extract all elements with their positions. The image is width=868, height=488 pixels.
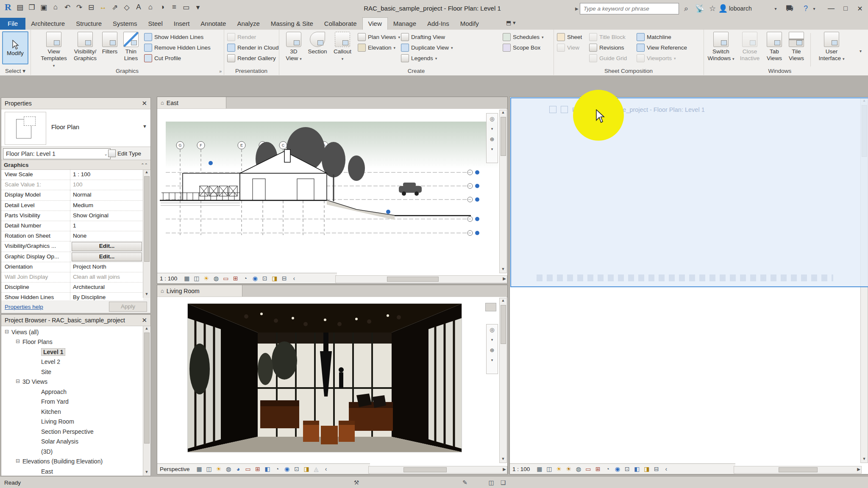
scroll-down-icon[interactable]: ▼	[500, 267, 506, 273]
qat-customize-icon[interactable]: ▾	[192, 2, 203, 13]
view-type-label[interactable]: Perspective	[160, 466, 190, 472]
browser-scrollbar[interactable]: ▲ ▼	[143, 326, 150, 476]
tree-solar-analysis[interactable]: Solar Analysis	[1, 437, 150, 447]
remove-hidden-lines-button[interactable]: Remove Hidden Lines	[144, 42, 211, 53]
active-design-option-icon[interactable]: ❏	[498, 478, 508, 487]
search-expand-icon[interactable]: ▶	[575, 6, 579, 11]
tree-expand-icon[interactable]	[33, 399, 39, 405]
tile-views-button[interactable]: TileViews	[786, 32, 807, 62]
instance-combo[interactable]: Floor Plan: Level 1⌄	[3, 148, 111, 159]
render-gallery-button[interactable]: Render Gallery	[227, 53, 279, 64]
tag-icon[interactable]: ◇	[121, 2, 132, 13]
file-properties-icon[interactable]: ▤	[14, 2, 25, 13]
reveal-hidden-elements-icon[interactable]: ◉	[250, 274, 259, 283]
tree-expand-icon[interactable]: ⊟	[15, 339, 21, 345]
visual-style-icon[interactable]: ◫	[192, 274, 201, 283]
tree-expand-icon[interactable]	[33, 359, 39, 365]
communication-center-icon[interactable]: 📡	[693, 0, 706, 17]
tab-file[interactable]: File	[0, 18, 25, 30]
scroll-up-icon[interactable]: ▲	[143, 326, 150, 332]
east-elevation-drawing[interactable]: GFE DCB A	[157, 109, 506, 272]
detail-level-icon[interactable]: ▦	[195, 465, 204, 473]
tree-level-1[interactable]: Level 1	[1, 347, 150, 357]
living-room-render[interactable]	[157, 297, 506, 462]
properties-help-link[interactable]: Properties help	[5, 304, 43, 310]
tab-systems[interactable]: Systems	[107, 18, 143, 30]
thin-lines-button[interactable]: ThinLines	[120, 32, 142, 62]
tree-site[interactable]: Site	[1, 367, 150, 377]
tab-architecture[interactable]: Architecture	[25, 18, 70, 30]
properties-close-icon[interactable]: ✕	[142, 100, 147, 107]
switch-windows-button[interactable]: SwitchWindows ▾	[706, 32, 736, 62]
visual-style-icon[interactable]: ◫	[545, 465, 554, 473]
sheet-button[interactable]: Sheet	[557, 32, 582, 42]
shadows-icon[interactable]: ◍	[574, 465, 583, 473]
close-button[interactable]: ✕	[853, 0, 867, 17]
redo-icon[interactable]: ↷	[74, 2, 85, 13]
worksets-icon[interactable]: ⚒	[352, 478, 361, 487]
collapse-bar-icon[interactable]: ‹	[289, 274, 298, 283]
reveal-constraints-icon[interactable]: ⊟	[280, 274, 289, 283]
save-icon[interactable]: ▣	[38, 2, 49, 13]
callout-button[interactable]: Callout▾	[331, 32, 354, 62]
graphics-section-header[interactable]: Graphics ⌃⌃	[1, 160, 150, 170]
app-store-cart-icon[interactable]: ⛟	[783, 0, 796, 17]
tab-insert[interactable]: Insert	[168, 18, 195, 30]
tab-structure[interactable]: Structure	[70, 18, 107, 30]
tree-floor-plans[interactable]: ⊟ Floor Plans	[1, 337, 150, 347]
living-room-tab[interactable]: ⌂ Living Room	[157, 285, 242, 297]
sync-with-central-icon[interactable]: ⌂	[50, 2, 61, 13]
tree-expand-icon[interactable]	[33, 449, 39, 455]
shadows-icon[interactable]: ◍	[211, 274, 220, 283]
favorites-star-icon[interactable]: ☆	[706, 0, 719, 17]
tree-expand-icon[interactable]	[33, 419, 39, 424]
show-crop-region-icon[interactable]: ⊞	[231, 274, 240, 283]
tree-expand-icon[interactable]	[33, 429, 39, 435]
scroll-down-icon[interactable]: ▼	[143, 292, 150, 298]
tree-kitchen[interactable]: Kitchen	[1, 407, 150, 417]
show-crop-region-icon[interactable]: ⊞	[253, 465, 262, 473]
scroll-up-icon[interactable]: ▲	[500, 110, 506, 116]
scroll-up-icon[interactable]: ▲	[500, 298, 506, 304]
highlight-displacement-icon[interactable]: ◨	[302, 465, 311, 473]
section-button[interactable]: Section	[305, 32, 330, 55]
temporary-view-properties-icon[interactable]: ⊡	[260, 274, 269, 283]
locked-3d-view-icon[interactable]: ◧	[263, 465, 272, 473]
maximize-button[interactable]: □	[838, 0, 853, 17]
detail-level-icon[interactable]: ▦	[535, 465, 544, 473]
tab-manage[interactable]: Manage	[388, 18, 422, 30]
search-box[interactable]: ▶	[580, 3, 679, 14]
tree-living-room[interactable]: Living Room	[1, 417, 150, 427]
view-scale-button[interactable]: 1 : 100	[512, 466, 530, 472]
wheel-dropdown-icon[interactable]: ▾	[488, 336, 496, 344]
signed-in-user[interactable]: loboarch	[729, 0, 759, 17]
user-dropdown-icon[interactable]: ▾	[772, 0, 779, 17]
duplicate-view-button[interactable]: Duplicate View ▾	[401, 42, 453, 53]
collapse-bar-icon[interactable]: ‹	[322, 465, 331, 473]
scroll-up-icon[interactable]: ▲	[143, 170, 150, 176]
sun-path-icon[interactable]: ☀	[214, 465, 223, 473]
minimize-button[interactable]: —	[824, 0, 838, 17]
scroll-down-icon[interactable]: ▼	[500, 457, 506, 463]
temporary-view-properties-icon[interactable]: ⊡	[292, 465, 301, 473]
collapse-bar-icon[interactable]: ‹	[662, 465, 670, 473]
section-collapse-icon[interactable]: ⌃⌃	[141, 163, 148, 167]
living-vertical-scrollbar[interactable]: ▲ ▼	[499, 298, 507, 463]
filters-button[interactable]: Filters	[98, 32, 121, 55]
viewcube-collapsed[interactable]	[485, 303, 496, 311]
drafting-view-button[interactable]: Drafting View	[401, 32, 453, 42]
section-icon[interactable]: ◑	[157, 2, 168, 13]
tree-expand-icon[interactable]	[33, 438, 39, 444]
living-horizontal-scrollbar[interactable]: ▶	[368, 466, 507, 474]
view-reference-button[interactable]: View Reference	[637, 42, 687, 53]
tree-approach[interactable]: Approach	[1, 387, 150, 397]
temporary-hide-isolate-icon[interactable]: ◔	[603, 465, 612, 473]
undo-icon[interactable]: ↶	[62, 2, 73, 13]
tree-expand-icon[interactable]: ⊟	[4, 329, 10, 335]
tab-view[interactable]: View	[362, 17, 388, 30]
reveal-hidden-elements-icon[interactable]: ◉	[613, 465, 622, 473]
scroll-right-icon[interactable]: ▶	[503, 467, 506, 471]
scope-box-button[interactable]: Scope Box	[503, 42, 544, 53]
zoom-icon[interactable]: ⊕	[488, 135, 496, 143]
tree-expand-icon[interactable]: ⊟	[15, 379, 21, 385]
